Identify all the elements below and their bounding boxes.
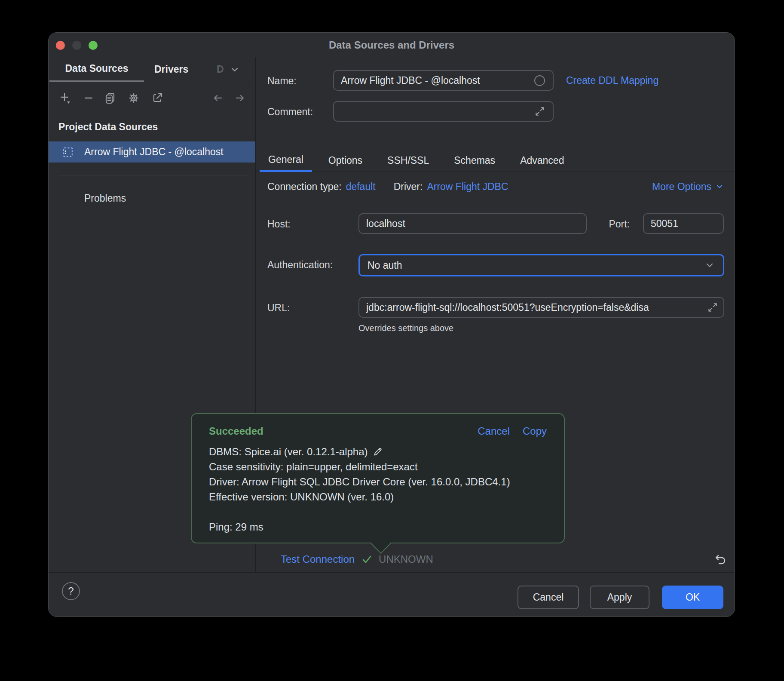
- duplicate-icon[interactable]: [104, 92, 116, 104]
- authentication-select[interactable]: No auth: [358, 254, 724, 276]
- authentication-value: No auth: [368, 260, 402, 271]
- popup-line-driver: Driver: Arrow Flight SQL JDBC Driver Cor…: [209, 474, 547, 489]
- host-input[interactable]: [358, 213, 587, 234]
- popup-line-version: Effective version: UNKNOWN (ver. 16.0): [209, 489, 547, 504]
- connection-status-text: UNKNOWN: [379, 553, 433, 565]
- port-input[interactable]: [643, 213, 724, 234]
- popup-line-case: Case sensitivity: plain=upper, delimited…: [209, 459, 547, 474]
- popup-line-dbms: DBMS: Spice.ai (ver. 0.12.1-alpha): [209, 444, 547, 459]
- sidebar-toolbar: [49, 92, 255, 105]
- connection-type-label: Connection type:: [267, 181, 342, 193]
- expand-comment-icon[interactable]: [534, 106, 545, 117]
- tab-advanced[interactable]: Advanced: [511, 149, 573, 172]
- data-source-icon: [62, 146, 74, 158]
- window-title: Data Sources and Drivers: [49, 33, 735, 57]
- comment-input[interactable]: [333, 101, 554, 122]
- sidebar-tab-strip: Data Sources Drivers D: [49, 57, 255, 82]
- driver-value[interactable]: Arrow Flight JDBC: [427, 181, 508, 193]
- sidebar-divider: [58, 175, 249, 175]
- more-options-link[interactable]: More Options: [652, 180, 724, 193]
- chevron-down-icon: [704, 260, 715, 271]
- tab-drivers[interactable]: Drivers: [154, 57, 188, 82]
- test-connection-row: Test Connection UNKNOWN: [281, 549, 433, 570]
- url-hint: Overrides settings above: [358, 323, 453, 333]
- url-label: URL:: [267, 302, 290, 314]
- create-ddl-mapping-link[interactable]: Create DDL Mapping: [566, 75, 658, 86]
- popup-header: Succeeded Cancel Copy: [209, 423, 547, 439]
- chevron-down-icon: [715, 182, 724, 191]
- expand-url-icon[interactable]: [707, 302, 718, 313]
- popup-details: DBMS: Spice.ai (ver. 0.12.1-alpha) Case …: [209, 444, 547, 534]
- port-label: Port:: [582, 218, 630, 230]
- add-data-source-icon[interactable]: [58, 92, 71, 104]
- chevron-down-icon[interactable]: [229, 64, 240, 75]
- name-input[interactable]: [333, 70, 554, 91]
- comment-label: Comment:: [267, 106, 313, 118]
- titlebar: Data Sources and Drivers: [49, 33, 735, 57]
- test-connection-popup: Succeeded Cancel Copy DBMS: Spice.ai (ve…: [191, 413, 565, 543]
- loading-ring-icon: [534, 75, 545, 86]
- remove-data-source-icon[interactable]: [82, 92, 95, 104]
- bottom-bar: ? Cancel Apply OK: [49, 572, 735, 617]
- ok-button[interactable]: OK: [662, 586, 723, 609]
- revert-icon[interactable]: [712, 551, 728, 567]
- problems-label: Problems: [84, 193, 126, 204]
- connection-type-value[interactable]: default: [346, 181, 376, 193]
- connection-type-row: Connection type: default Driver: Arrow F…: [267, 180, 508, 193]
- success-check-icon: [361, 553, 373, 565]
- popup-cancel-link[interactable]: Cancel: [478, 425, 510, 437]
- project-data-sources-header: Project Data Sources: [58, 121, 158, 133]
- data-source-item-label: Arrow Flight JDBC - @localhost: [84, 146, 224, 158]
- gear-icon[interactable]: [127, 92, 140, 104]
- popup-line-ping: Ping: 29 ms: [209, 519, 547, 534]
- tab-data-sources[interactable]: Data Sources: [49, 57, 144, 82]
- data-source-item-selected[interactable]: Arrow Flight JDBC - @localhost: [49, 141, 255, 163]
- tab-options[interactable]: Options: [320, 149, 371, 172]
- name-label: Name:: [267, 75, 297, 87]
- open-in-new-window-icon[interactable]: [151, 92, 164, 104]
- help-button[interactable]: ?: [62, 582, 80, 600]
- host-label: Host:: [267, 218, 291, 230]
- tab-schemas[interactable]: Schemas: [445, 149, 504, 172]
- popup-copy-link[interactable]: Copy: [523, 425, 547, 437]
- data-sources-dialog: Data Sources and Drivers Data Sources Dr…: [48, 32, 735, 617]
- test-connection-link[interactable]: Test Connection: [281, 553, 355, 565]
- driver-label: Driver:: [394, 181, 423, 193]
- back-arrow-icon[interactable]: [211, 92, 224, 104]
- tab-ssh-ssl[interactable]: SSH/SSL: [379, 149, 438, 172]
- tab-ddl-truncated[interactable]: D: [217, 57, 240, 82]
- apply-button[interactable]: Apply: [590, 586, 649, 609]
- cancel-button[interactable]: Cancel: [518, 586, 579, 609]
- settings-tab-strip: General Options SSH/SSL Schemas Advanced: [256, 149, 735, 172]
- edit-pencil-icon[interactable]: [372, 446, 383, 457]
- authentication-label: Authentication:: [267, 259, 333, 271]
- popup-status: Succeeded: [209, 425, 263, 437]
- url-input[interactable]: [358, 297, 724, 318]
- forward-arrow-icon[interactable]: [234, 92, 247, 104]
- sidebar-item-problems[interactable]: Problems: [49, 188, 255, 209]
- tab-general[interactable]: General: [260, 149, 312, 172]
